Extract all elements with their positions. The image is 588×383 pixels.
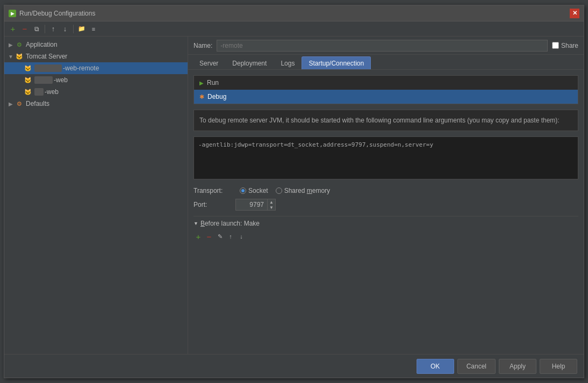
port-up-button[interactable]: ▲ [268,199,275,205]
left-panel: ▶ ⚙ Application ▼ 🐱 Tomcat Server 🐱 ████… [4,37,188,354]
dialog-title: Run/Debug Configurations [19,10,95,17]
tab-bar: Server Deployment Logs Startup/Connectio… [188,55,584,70]
socket-label: Socket [248,187,268,194]
before-launch-add-button[interactable]: + [193,232,203,241]
sort-button[interactable]: ≡ [88,24,99,34]
divider [193,216,578,216]
port-row: Port: ▲ ▼ [193,199,578,211]
title-bar-left: ▶ Run/Debug Configurations [9,10,95,17]
before-launch-remove-button[interactable]: − [204,232,214,241]
run-item[interactable]: ▶ Run [194,76,578,90]
debug-item[interactable]: ✱ Debug [194,90,578,104]
tree-item-web2[interactable]: 🐱 ████-web [4,74,188,86]
tab-server[interactable]: Server [192,56,225,69]
tomcat-sub-icon1: 🐱 [24,64,32,73]
tab-logs[interactable]: Logs [274,56,302,69]
before-launch-up-button[interactable]: ↑ [226,232,235,241]
tree-item-web3-label: ██-web [34,88,59,96]
toolbar-separator2 [73,25,74,33]
shared-memory-label: Shared memory [284,187,330,194]
tab-startup[interactable]: Startup/Connection [302,56,371,69]
add-config-button[interactable]: + [8,24,18,34]
port-down-button[interactable]: ▼ [268,205,275,210]
main-content: ▶ ⚙ Application ▼ 🐱 Tomcat Server 🐱 ████… [4,37,584,354]
tree-item-web-remote[interactable]: 🐱 ██████-web-remote [4,62,188,74]
run-icon: ▶ [199,80,204,86]
tree-item-web3[interactable]: 🐱 ██-web [4,86,188,98]
tree-item-web-remote-label: ██████-web-remote [34,64,99,72]
before-launch-label: Before launch: Make [200,220,260,227]
run-debug-list: ▶ Run ✱ Debug [193,75,578,104]
tomcat-icon: 🐱 [15,52,24,61]
share-option: Share [552,42,578,49]
move-down-button[interactable]: ↓ [60,24,70,34]
tree-item-defaults[interactable]: ▶ ⚙ Defaults [4,98,188,110]
info-box: To debug remote server JVM, it should be… [193,110,578,131]
tree-arrow-tomcat: ▼ [6,54,15,60]
application-icon: ⚙ [15,40,24,49]
debug-icon: ✱ [199,93,204,100]
shared-memory-radio[interactable] [276,187,282,194]
toolbar-separator [45,25,45,33]
socket-radio[interactable] [240,187,246,194]
before-launch-header[interactable]: ▼ Before launch: Make [193,220,578,227]
run-debug-dialog: ▶ Run/Debug Configurations ✕ + − ⧉ ↑ ↓ 📁… [4,5,584,378]
remove-config-button[interactable]: − [19,24,30,34]
name-bar: Name: Share [188,37,584,55]
run-label: Run [207,79,219,86]
toolbar: + − ⧉ ↑ ↓ 📁 ≡ [4,21,584,37]
port-spinners: ▲ ▼ [268,199,276,211]
port-input-wrap: ▲ ▼ [235,199,276,211]
application-label: Application [26,41,58,48]
cancel-button[interactable]: Cancel [457,359,496,374]
command-line-text: -agentlib:jdwp=transport=dt_socket,addre… [198,141,433,148]
tab-content-startup: ▶ Run ✱ Debug To debug remote server JVM… [188,70,584,354]
right-panel: Name: Share Server Deployment Logs [188,37,584,354]
tree-arrow-application: ▶ [6,42,15,48]
move-up-button[interactable]: ↑ [48,24,59,34]
shared-memory-radio-item[interactable]: Shared memory [276,187,330,194]
before-launch-triangle: ▼ [193,221,198,226]
port-label: Port: [193,201,231,208]
name-input[interactable] [217,40,548,52]
before-launch-toolbar: + − ✎ ↑ ↓ [193,230,578,242]
transport-radio-group: Socket Shared memory [240,187,330,194]
tree-item-tomcat[interactable]: ▼ 🐱 Tomcat Server [4,50,188,62]
name-field-label: Name: [193,42,212,49]
ok-button[interactable]: OK [417,359,454,374]
close-button[interactable]: ✕ [570,9,579,18]
share-checkbox[interactable] [552,42,559,49]
before-launch-down-button[interactable]: ↓ [236,232,246,241]
defaults-label: Defaults [26,100,49,107]
tab-deployment[interactable]: Deployment [225,56,274,69]
title-bar: ▶ Run/Debug Configurations ✕ [4,5,584,21]
tomcat-sub-icon3: 🐱 [24,88,32,96]
dialog-icon: ▶ [9,10,16,17]
info-text: To debug remote server JVM, it should be… [199,115,572,125]
defaults-icon: ⚙ [15,99,24,108]
bottom-bar: OK Cancel Apply Help [4,354,584,378]
share-label: Share [561,42,578,49]
debug-label: Debug [207,93,226,100]
tomcat-sub-icon2: 🐱 [24,76,32,84]
socket-radio-item[interactable]: Socket [240,187,268,194]
before-launch-edit-button[interactable]: ✎ [215,232,225,241]
apply-button[interactable]: Apply [499,359,536,374]
transport-label: Transport: [193,187,231,194]
copy-config-button[interactable]: ⧉ [31,24,42,34]
port-input[interactable] [235,199,268,211]
help-button[interactable]: Help [540,359,577,374]
before-launch-section: ▼ Before launch: Make + − ✎ ↑ ↓ [193,220,578,242]
folder-button[interactable]: 📁 [76,24,87,34]
transport-row: Transport: Socket Shared memory [193,187,578,194]
tomcat-label: Tomcat Server [26,53,67,60]
tree-arrow-defaults: ▶ [6,101,15,107]
command-line-box[interactable]: -agentlib:jdwp=transport=dt_socket,addre… [193,136,578,179]
tree-item-web2-label: ████-web [34,76,68,84]
tree-item-application[interactable]: ▶ ⚙ Application [4,39,188,50]
